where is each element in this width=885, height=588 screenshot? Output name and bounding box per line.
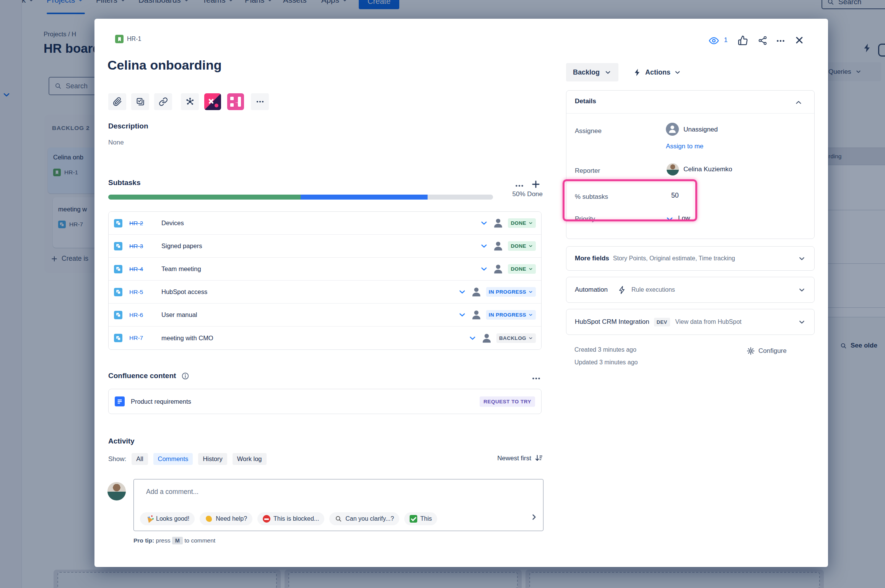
status-badge[interactable]: DONE — [508, 241, 536, 251]
quick-replies-next-icon[interactable] — [530, 513, 538, 521]
assignee-avatar-icon[interactable] — [470, 286, 482, 298]
subtask-key-link[interactable]: HR-2 — [129, 220, 149, 227]
priority-low-icon[interactable] — [458, 288, 467, 296]
avatar-icon — [666, 123, 679, 136]
chevron-up-icon[interactable] — [794, 98, 803, 107]
subtask-summary[interactable]: Signed papers — [161, 242, 202, 250]
status-badge[interactable]: DONE — [508, 264, 536, 274]
subtask-key-link[interactable]: HR-7 — [129, 335, 149, 341]
quick-reply-clarify[interactable]: Can you clarify...? — [329, 512, 399, 525]
chevron-down-icon — [528, 244, 533, 249]
subtask-key-link[interactable]: HR-6 — [129, 312, 149, 318]
reporter-value[interactable]: Celina Kuziemko — [683, 166, 732, 173]
subtask-row[interactable]: HR-3 Signed papers DONE — [109, 235, 541, 258]
like-icon[interactable] — [738, 35, 748, 45]
divider — [566, 113, 814, 114]
subtasks-pct-label: % subtasks — [575, 193, 608, 201]
subtask-row[interactable]: HR-4 Team meeting DONE — [109, 258, 541, 281]
priority-low-icon[interactable] — [468, 334, 477, 343]
subtask-summary[interactable]: Team meeting — [161, 265, 201, 273]
comment-input[interactable]: Add a comment... — [146, 488, 198, 496]
issue-title[interactable]: Celina onboarding — [107, 58, 221, 73]
comment-box: Add a comment... Looks good! Need help? … — [133, 479, 543, 531]
subtask-row[interactable]: HR-5 HubSpot access IN PROGRESS — [109, 281, 541, 304]
subtasks-pct-value[interactable]: 50 — [671, 192, 678, 200]
actions-dropdown[interactable]: Actions — [633, 63, 681, 81]
automation-panel[interactable]: Automation Rule executions — [566, 277, 815, 303]
add-child-issue-button[interactable] — [131, 93, 149, 110]
close-icon[interactable] — [794, 35, 805, 45]
confluence-more-icon[interactable] — [531, 374, 541, 383]
filter-history[interactable]: History — [198, 453, 227, 465]
configure-button[interactable]: Configure — [747, 347, 787, 355]
assignee-avatar-icon[interactable] — [492, 263, 504, 275]
subtask-icon — [114, 219, 122, 227]
attach-button[interactable] — [108, 93, 126, 110]
quick-reply-blocked[interactable]: This is blocked... — [257, 512, 324, 525]
priority-low-icon[interactable] — [480, 219, 488, 227]
assignee-avatar-icon[interactable] — [492, 217, 504, 229]
quick-reply-looks-good[interactable]: Looks good! — [140, 512, 195, 525]
description-value[interactable]: None — [108, 139, 124, 146]
quick-reply-this[interactable]: This — [404, 512, 437, 525]
subtask-row[interactable]: HR-2 Devices DONE — [109, 212, 541, 235]
filter-comments[interactable]: Comments — [153, 453, 193, 465]
more-fields-panel[interactable]: More fields Story Points, Original estim… — [566, 246, 815, 271]
priority-low-icon[interactable] — [458, 310, 467, 319]
link-icon — [159, 97, 168, 106]
sort-label[interactable]: Newest first — [497, 455, 531, 462]
subtask-icon — [114, 334, 122, 342]
share-icon[interactable] — [758, 36, 768, 45]
priority-low-icon[interactable] — [480, 242, 488, 250]
more-icon[interactable] — [776, 36, 786, 46]
chevron-down-icon — [674, 69, 681, 76]
link-issue-button[interactable] — [154, 93, 172, 110]
priority-value[interactable]: Low — [678, 214, 690, 222]
assignee-avatar-icon[interactable] — [492, 240, 504, 252]
info-icon[interactable] — [181, 372, 189, 380]
sort-icon[interactable] — [535, 454, 543, 463]
assignee-avatar-icon[interactable] — [470, 309, 482, 321]
graph-app-button[interactable] — [181, 93, 199, 110]
assignee-label: Assignee — [575, 127, 602, 135]
status-badge[interactable]: BACKLOG — [496, 333, 536, 343]
dev-badge: DEV — [654, 318, 670, 326]
assign-to-me-link[interactable]: Assign to me — [666, 143, 703, 150]
filter-all[interactable]: All — [132, 453, 148, 465]
assignee-value[interactable]: Unassigned — [683, 126, 718, 133]
assignee-avatar-icon[interactable] — [481, 332, 493, 344]
status-badge[interactable]: IN PROGRESS — [486, 287, 536, 297]
quick-reply-need-help[interactable]: Need help? — [200, 512, 252, 525]
request-to-try-badge[interactable]: REQUEST TO TRY — [480, 396, 535, 407]
subtasks-more-icon[interactable] — [514, 181, 524, 191]
hubspot-panel[interactable]: HubSpot CRM Integration DEV View data fr… — [566, 309, 815, 335]
add-subtask-icon[interactable] — [530, 179, 541, 190]
subtask-key-link[interactable]: HR-3 — [129, 243, 149, 250]
subtask-row[interactable]: HR-6 User manual IN PROGRESS — [109, 304, 541, 326]
confluence-page-row[interactable]: Product requirements REQUEST TO TRY — [108, 389, 542, 414]
priority-low-icon[interactable] — [480, 265, 488, 273]
watchers-eye-icon[interactable] — [709, 36, 719, 46]
more-actions-button[interactable] — [251, 93, 269, 110]
issue-key-breadcrumb[interactable]: HR-1 — [115, 35, 141, 43]
filter-worklog[interactable]: Work log — [233, 453, 267, 465]
chevron-down-icon — [798, 318, 806, 326]
created-timestamp: Created 3 minutes ago — [574, 346, 636, 353]
status-badge[interactable]: DONE — [508, 218, 536, 228]
subtask-key-link[interactable]: HR-5 — [129, 289, 149, 296]
subtask-row[interactable]: HR-7 meeting with CMO BACKLOG — [109, 326, 541, 349]
hubspot-app-button[interactable] — [204, 93, 221, 110]
progress-todo — [428, 195, 493, 200]
board-app-button[interactable]: → — [227, 93, 244, 110]
gear-icon — [747, 347, 755, 355]
lightning-icon — [633, 68, 642, 77]
subtask-summary[interactable]: Devices — [161, 219, 184, 227]
watchers-count[interactable]: 1 — [724, 36, 727, 44]
subtask-key-link[interactable]: HR-4 — [129, 266, 149, 273]
status-dropdown[interactable]: Backlog — [566, 63, 618, 81]
status-badge[interactable]: IN PROGRESS — [486, 310, 536, 320]
subtask-summary[interactable]: HubSpot access — [161, 288, 207, 296]
confluence-page-title[interactable]: Product requirements — [131, 398, 191, 405]
subtask-summary[interactable]: User manual — [161, 311, 197, 318]
subtask-summary[interactable]: meeting with CMO — [161, 335, 213, 342]
